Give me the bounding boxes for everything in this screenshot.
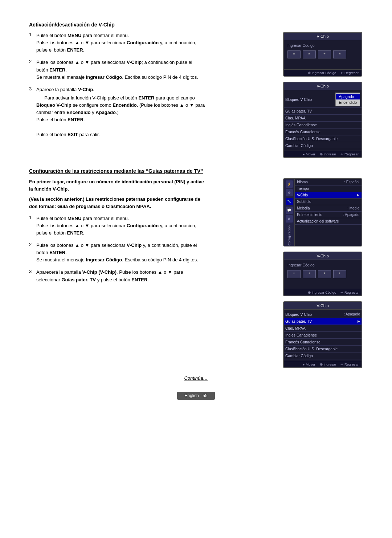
- tv-footer-1: ⊕ Ingresar Código ↩ Regresar: [284, 69, 362, 76]
- step3-content: Aparecerá la pantalla V-Chip (V-Chip). P…: [36, 269, 274, 283]
- pin-box: *: [287, 50, 301, 58]
- sidebar-icon-4: 💬: [286, 207, 293, 214]
- section1-step1: 1 Pulse el botón MENU para mostrar el me…: [29, 32, 274, 54]
- footer-enter: ⊕ Ingresar Código: [308, 71, 336, 75]
- pin-box: *: [287, 270, 301, 278]
- config-menu-rows: Idioma: Español Tiempo V-Chip▶ Subtítulo: [295, 179, 362, 246]
- step-number: 3: [29, 269, 34, 283]
- vchip-enter-code-screen-2: V-Chip Ingresar Código * * * * ⊕ Ingresa…: [283, 252, 362, 296]
- tv-body-3: Ingresar Código * * * *: [284, 260, 362, 289]
- vchip-menu-rows: Bloqueo V-Chip Apagado Encendido Guías p…: [284, 90, 362, 151]
- pin-box: *: [303, 270, 316, 278]
- vchip-bloqueo-screen: V-Chip Bloqueo V-Chip Apagado Encendido …: [283, 82, 362, 158]
- config-menu-screen: ⚡ ⚙ 🔧 💬 🖥 Configuración Idioma: Español …: [283, 178, 362, 246]
- section1-screenshots: V-Chip Ingresar Código * * * * ⊕ Ingresa…: [283, 32, 363, 158]
- pin-box: *: [318, 270, 331, 278]
- tv-title-4: V-Chip: [284, 302, 362, 310]
- dropdown-item: Encendido: [336, 99, 360, 105]
- section1-title: Activación/desactivación de V-Chip: [29, 22, 363, 28]
- vchip-guias-screen: V-Chip Bloqueo V-Chip : Apagado Guías pa…: [283, 301, 362, 368]
- section2-layout: En primer lugar, configure un número de …: [29, 178, 363, 368]
- menu-row-highlighted: Guías pater. TV ▶: [284, 318, 362, 325]
- sidebar-icon-5: 🖥: [286, 215, 293, 223]
- config-row-vchip: V-Chip▶: [295, 192, 362, 199]
- menu-row: Cambiar Código: [284, 142, 362, 149]
- pin-row-3: * * * *: [287, 270, 358, 278]
- menu-row: Bloqueo V-Chip : Apagado: [284, 311, 362, 318]
- footer-enter: ⊕ Ingresar: [320, 152, 336, 156]
- menu-row: Clasificación U.S. Descargable: [284, 346, 362, 352]
- sidebar-icon-1: ⚡: [286, 180, 293, 188]
- step-number: 3: [29, 86, 34, 138]
- sidebar-icon-3: 🔧: [286, 198, 293, 205]
- tv-title-3: V-Chip: [284, 252, 362, 260]
- footer-enter: ⊕ Ingresar Código: [308, 290, 336, 294]
- menu-row: Clasificación U.S. Descargable: [284, 135, 362, 142]
- step3-content: Aparece la pantalla V-Chip. Para activar…: [36, 86, 274, 138]
- menu-row: Bloqueo V-Chip Apagado Encendido: [284, 91, 362, 108]
- section2-step2: 2 Pulse los botones ▲ o ▼ para seleccion…: [29, 242, 274, 264]
- config-row-actualizacion: Actualización del software: [295, 218, 362, 225]
- config-row-entretenimiento: Entretenimiento: Apagado: [295, 212, 362, 218]
- page-number-badge: English - 55: [177, 392, 215, 400]
- section2-intro2: (Vea la sección anterior.) Las restricci…: [29, 196, 274, 210]
- dropdown-item: Apagado: [336, 94, 360, 99]
- tv-label-1: Ingresar Código: [287, 43, 358, 48]
- step2-content: Pulse los botones ▲ o ▼ para seleccionar…: [36, 242, 274, 264]
- step1-content: Pulse el botón MENU para mostrar el menú…: [36, 215, 274, 237]
- vchip-guias-rows: Bloqueo V-Chip : Apagado Guías pater. TV…: [284, 310, 362, 361]
- section2: Configuración de las restricciones media…: [29, 168, 363, 368]
- section2-step3: 3 Aparecerá la pantalla V-Chip (V-Chip).…: [29, 269, 274, 283]
- footer-back: ↩ Regresar: [340, 71, 359, 75]
- menu-row: Inglés Canadiense: [284, 332, 362, 339]
- section1-step2: 2 Pulse los botones ▲ o ▼ para seleccion…: [29, 59, 274, 81]
- config-row-subtitulo: Subtítulo: [295, 199, 362, 205]
- menu-row: Francés Canadiense: [284, 129, 362, 135]
- menu-row: Francés Canadiense: [284, 339, 362, 346]
- footer-move: ⬧ Mover: [303, 362, 315, 366]
- menu-row: Cambiar Código: [284, 352, 362, 359]
- step2-content: Pulse los botones ▲ o ▼ para seleccionar…: [36, 59, 274, 81]
- section2-step1: 1 Pulse el botón MENU para mostrar el me…: [29, 215, 274, 237]
- tv-footer-4: ⬧ Mover ⊕ Ingresar ↩ Regresar: [284, 361, 362, 367]
- sidebar-icon-2: ⚙: [286, 189, 293, 196]
- footer-enter: ⊕ Ingresar: [320, 362, 336, 366]
- menu-row: Inglés Canadiense: [284, 122, 362, 129]
- tv-body-1: Ingresar Código * * * *: [284, 40, 362, 69]
- continua-text: Continúa…: [29, 375, 363, 381]
- footer-back: ↩ Regresar: [340, 362, 359, 366]
- tv-footer-2: ⬧ Mover ⊕ Ingresar ↩ Regresar: [284, 151, 362, 157]
- config-row-idioma: Idioma: Español: [295, 179, 362, 186]
- arrow-icon: ▶: [358, 319, 360, 323]
- pin-box: *: [333, 270, 346, 278]
- pin-row-1: * * * *: [287, 50, 358, 58]
- config-row-melodia: Melodía: Medio: [295, 205, 362, 212]
- config-row-tiempo: Tiempo: [295, 186, 362, 192]
- section1: Activación/desactivación de V-Chip 1 Pul…: [29, 22, 363, 158]
- page-footer: English - 55: [29, 392, 363, 400]
- section1-text: 1 Pulse el botón MENU para mostrar el me…: [29, 32, 274, 158]
- tv-title-1: V-Chip: [284, 33, 362, 40]
- section2-screenshots: ⚡ ⚙ 🔧 💬 🖥 Configuración Idioma: Español …: [283, 178, 363, 368]
- menu-row: Clas. MPAA: [284, 115, 362, 122]
- config-sidebar: ⚡ ⚙ 🔧 💬 🖥 Configuración: [284, 179, 295, 246]
- vchip-enter-code-screen-1: V-Chip Ingresar Código * * * * ⊕ Ingresa…: [283, 32, 362, 77]
- section1-step3: 3 Aparece la pantalla V-Chip. Para activ…: [29, 86, 274, 138]
- footer-move: ⬧ Mover: [303, 152, 315, 156]
- tv-label-3: Ingresar Código: [287, 263, 358, 267]
- tv-footer-3: ⊕ Ingresar Código ↩ Regresar: [284, 289, 362, 296]
- footer-back: ↩ Regresar: [340, 290, 359, 294]
- pin-box: *: [318, 50, 331, 58]
- main-content: Activación/desactivación de V-Chip 1 Pul…: [29, 22, 363, 400]
- step-number: 2: [29, 59, 34, 81]
- menu-row: Guías pater. TV: [284, 108, 362, 115]
- menu-row: Clas. MPAA: [284, 325, 362, 332]
- step-number: 2: [29, 242, 34, 264]
- step-number: 1: [29, 215, 34, 237]
- footer-back: ↩ Regresar: [340, 152, 359, 156]
- tv-title-2: V-Chip: [284, 82, 362, 90]
- pin-box: *: [303, 50, 316, 58]
- step-number: 1: [29, 32, 34, 54]
- section1-layout: 1 Pulse el botón MENU para mostrar el me…: [29, 32, 363, 158]
- section2-intro: En primer lugar, configure un número de …: [29, 178, 274, 193]
